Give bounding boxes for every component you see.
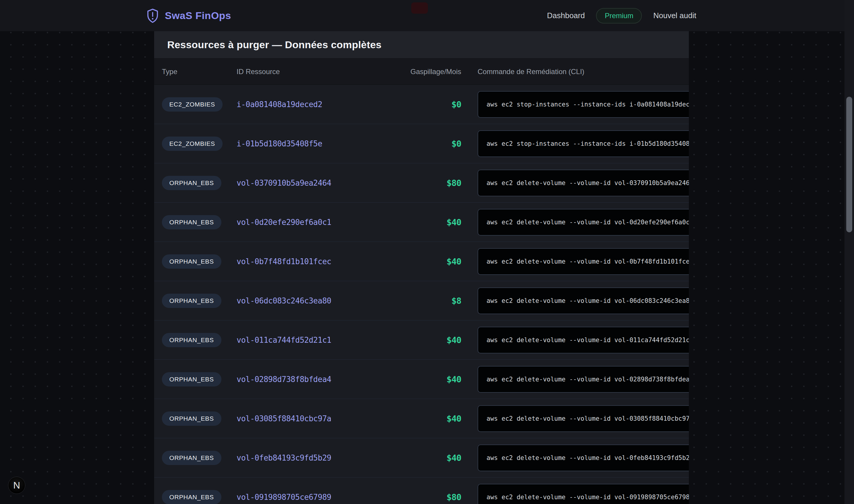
monthly-waste-amount: $40 — [396, 256, 461, 267]
resource-type-badge: EC2_ZOMBIES — [162, 97, 222, 112]
nav-link-new-audit[interactable]: Nouvel audit — [653, 11, 696, 20]
resource-id: vol-0370910b5a9ea2464 — [237, 179, 396, 187]
monthly-waste-amount: $40 — [396, 414, 461, 424]
row-command-cell: aws ec2 delete-volume --volume-id vol-03… — [461, 405, 689, 432]
nav-links: Dashboard Premium Nouvel audit — [547, 8, 696, 23]
cli-command-box: aws ec2 delete-volume --volume-id vol-02… — [477, 366, 689, 393]
monthly-waste-amount: $40 — [396, 374, 461, 384]
cli-command-box: aws ec2 delete-volume --volume-id vol-03… — [477, 169, 689, 196]
cli-command-box: aws ec2 stop-instances --instance-ids i-… — [477, 130, 689, 157]
resource-id: vol-06dc083c246c3ea80 — [237, 296, 396, 305]
table-row: ORPHAN_EBS vol-06dc083c246c3ea80 $8 aws … — [154, 281, 689, 320]
column-header-type: Type — [162, 68, 237, 76]
resource-type-badge: ORPHAN_EBS — [162, 294, 221, 308]
monthly-waste-amount: $40 — [396, 453, 461, 463]
cli-command-box: aws ec2 delete-volume --volume-id vol-06… — [477, 287, 689, 314]
cli-command-box: aws ec2 delete-volume --volume-id vol-01… — [477, 327, 689, 354]
monthly-waste-amount: $0 — [396, 139, 461, 149]
cli-command-text: aws ec2 stop-instances --instance-ids i-… — [487, 140, 689, 147]
table-row: ORPHAN_EBS vol-02898d738f8bfdea4 $40 aws… — [154, 360, 689, 399]
row-command-cell: aws ec2 delete-volume --volume-id vol-0f… — [461, 445, 689, 471]
cli-command-text: aws ec2 delete-volume --volume-id vol-03… — [487, 179, 689, 186]
resource-id: vol-0919898705ce67989 — [237, 493, 396, 502]
row-type-cell: ORPHAN_EBS — [162, 490, 237, 504]
cli-command-box: aws ec2 stop-instances --instance-ids i-… — [477, 91, 689, 118]
row-type-cell: ORPHAN_EBS — [162, 215, 237, 229]
row-type-cell: ORPHAN_EBS — [162, 254, 237, 269]
resource-id: vol-0feb84193c9fd5b29 — [237, 453, 396, 462]
row-command-cell: aws ec2 delete-volume --volume-id vol-06… — [461, 287, 689, 314]
row-type-cell: EC2_ZOMBIES — [162, 97, 237, 112]
table-row: ORPHAN_EBS vol-0d20efe290ef6a0c1 $40 aws… — [154, 203, 689, 242]
table-row: EC2_ZOMBIES i-01b5d180d35408f5e $0 aws e… — [154, 124, 689, 163]
resource-id: vol-02898d738f8bfdea4 — [237, 375, 396, 384]
resource-type-badge: EC2_ZOMBIES — [162, 137, 222, 151]
table-row: ORPHAN_EBS vol-011ca744fd52d21c1 $40 aws… — [154, 320, 689, 360]
nav-link-dashboard[interactable]: Dashboard — [547, 11, 585, 20]
premium-badge[interactable]: Premium — [596, 8, 642, 23]
row-command-cell: aws ec2 delete-volume --volume-id vol-0b… — [461, 248, 689, 275]
resources-panel: Ressources à purger — Données complètes … — [154, 31, 689, 504]
monthly-waste-amount: $40 — [396, 335, 461, 345]
row-command-cell: aws ec2 delete-volume --volume-id vol-09… — [461, 484, 689, 504]
row-type-cell: ORPHAN_EBS — [162, 333, 237, 347]
cli-command-text: aws ec2 delete-volume --volume-id vol-0b… — [487, 258, 689, 265]
brand-logo[interactable]: SwaS FinOps — [146, 8, 231, 23]
column-header-command: Commande de Remédiation (CLI) — [461, 68, 689, 76]
row-type-cell: ORPHAN_EBS — [162, 294, 237, 308]
table-row: EC2_ZOMBIES i-0a081408a19deced2 $0 aws e… — [154, 85, 689, 124]
cli-command-text: aws ec2 delete-volume --volume-id vol-0d… — [487, 219, 689, 226]
resource-type-badge: ORPHAN_EBS — [162, 451, 221, 465]
cli-command-text: aws ec2 delete-volume --volume-id vol-03… — [487, 415, 689, 422]
brand-name: SwaS FinOps — [165, 10, 231, 21]
resource-type-badge: ORPHAN_EBS — [162, 372, 221, 386]
cli-command-text: aws ec2 delete-volume --volume-id vol-09… — [487, 493, 689, 501]
top-center-marker — [411, 2, 428, 14]
table-row: ORPHAN_EBS vol-0feb84193c9fd5b29 $40 aws… — [154, 438, 689, 478]
resource-type-badge: ORPHAN_EBS — [162, 490, 221, 504]
row-type-cell: ORPHAN_EBS — [162, 176, 237, 190]
row-command-cell: aws ec2 stop-instances --instance-ids i-… — [461, 130, 689, 157]
monthly-waste-amount: $80 — [396, 492, 461, 502]
page-scrollbar-track[interactable] — [844, 0, 854, 504]
panel-titlebar: Ressources à purger — Données complètes — [154, 31, 689, 59]
cli-command-box: aws ec2 delete-volume --volume-id vol-09… — [477, 484, 689, 504]
cli-command-text: aws ec2 delete-volume --volume-id vol-0f… — [487, 454, 689, 462]
shield-alert-icon — [146, 8, 160, 23]
cli-command-text: aws ec2 delete-volume --volume-id vol-01… — [487, 337, 689, 344]
table-body: EC2_ZOMBIES i-0a081408a19deced2 $0 aws e… — [154, 85, 689, 504]
cli-command-box: aws ec2 delete-volume --volume-id vol-0f… — [477, 445, 689, 471]
row-command-cell: aws ec2 stop-instances --instance-ids i-… — [461, 91, 689, 118]
cli-command-text: aws ec2 stop-instances --instance-ids i-… — [487, 101, 689, 108]
resource-id: vol-03085f88410cbc97a — [237, 414, 396, 423]
page-title: Ressources à purger — Données complètes — [167, 39, 381, 51]
cli-command-box: aws ec2 delete-volume --volume-id vol-0d… — [477, 209, 689, 236]
cli-command-text: aws ec2 delete-volume --volume-id vol-02… — [487, 376, 689, 383]
resource-id: i-01b5d180d35408f5e — [237, 139, 396, 148]
table-row: ORPHAN_EBS vol-0919898705ce67989 $80 aws… — [154, 478, 689, 504]
table-header-row: Type ID Ressource Gaspillage/Mois Comman… — [154, 59, 689, 85]
nextjs-dev-badge[interactable]: N — [8, 476, 25, 494]
resource-id: i-0a081408a19deced2 — [237, 100, 396, 109]
resource-id: vol-011ca744fd52d21c1 — [237, 336, 396, 344]
cli-command-box: aws ec2 delete-volume --volume-id vol-0b… — [477, 248, 689, 275]
page-scrollbar-thumb[interactable] — [846, 97, 852, 232]
resource-type-badge: ORPHAN_EBS — [162, 254, 221, 269]
row-type-cell: ORPHAN_EBS — [162, 372, 237, 386]
table-row: ORPHAN_EBS vol-03085f88410cbc97a $40 aws… — [154, 399, 689, 438]
resource-type-badge: ORPHAN_EBS — [162, 412, 221, 426]
row-command-cell: aws ec2 delete-volume --volume-id vol-01… — [461, 327, 689, 354]
monthly-waste-amount: $80 — [396, 178, 461, 188]
resource-type-badge: ORPHAN_EBS — [162, 333, 221, 347]
resource-type-badge: ORPHAN_EBS — [162, 176, 221, 190]
column-header-id: ID Ressource — [237, 68, 396, 76]
resource-id: vol-0d20efe290ef6a0c1 — [237, 218, 396, 227]
column-header-waste: Gaspillage/Mois — [396, 68, 461, 76]
row-type-cell: EC2_ZOMBIES — [162, 137, 237, 151]
resource-id: vol-0b7f48fd1b101fcec — [237, 257, 396, 266]
table-row: ORPHAN_EBS vol-0b7f48fd1b101fcec $40 aws… — [154, 242, 689, 281]
monthly-waste-amount: $8 — [396, 296, 461, 306]
table-row: ORPHAN_EBS vol-0370910b5a9ea2464 $80 aws… — [154, 163, 689, 203]
cli-command-text: aws ec2 delete-volume --volume-id vol-06… — [487, 297, 689, 304]
cli-command-box: aws ec2 delete-volume --volume-id vol-03… — [477, 405, 689, 432]
